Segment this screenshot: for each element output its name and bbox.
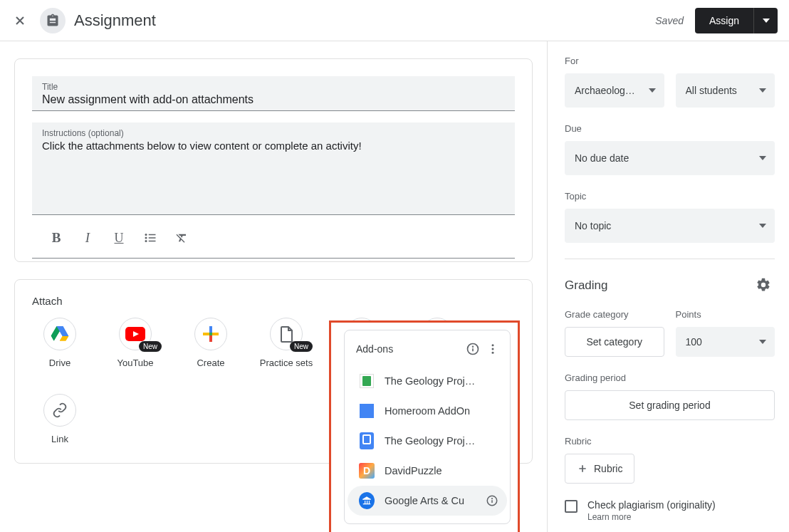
svg-point-16 (473, 346, 474, 347)
svg-point-2 (145, 240, 147, 242)
plus-icon (194, 318, 227, 350)
svg-point-1 (145, 237, 147, 239)
attach-drive[interactable]: Drive (32, 318, 88, 370)
plagiarism-label: Check plagiarism (originality) (587, 499, 716, 511)
attach-label: Create (197, 358, 224, 370)
attach-heading: Attach (15, 280, 532, 318)
info-icon (466, 342, 480, 356)
title-label: Title (42, 82, 505, 92)
caret-down-icon (649, 88, 656, 93)
attach-label: YouTube (117, 358, 153, 370)
caret-down-icon (759, 156, 766, 160)
plus-icon (577, 463, 588, 474)
addon-item[interactable]: Homeroom AddOn (348, 396, 507, 426)
header: Assignment Saved Assign (0, 0, 789, 41)
addon-name: The Geology Proj… (385, 435, 498, 447)
assignment-icon (40, 8, 66, 33)
addon-name: Homeroom AddOn (385, 405, 498, 417)
caret-down-icon (759, 88, 766, 93)
svg-rect-3 (149, 234, 156, 236)
grading-heading: Grading (565, 279, 607, 291)
info-icon (486, 494, 498, 507)
grade-category-label: Grade category (565, 309, 664, 320)
addon-item[interactable]: The Geology Proj… (348, 426, 507, 456)
attach-label: Practice sets (260, 358, 313, 370)
svg-rect-12 (209, 333, 212, 335)
addon-item[interactable]: D DavidPuzzle (348, 456, 507, 486)
format-toolbar: B I U (32, 221, 515, 259)
rubric-label: Rubric (565, 436, 775, 447)
svg-rect-13 (209, 326, 212, 333)
svg-point-18 (492, 348, 494, 350)
assign-dropdown-button[interactable] (753, 8, 778, 33)
addons-card: Add-ons The Geology Proj… Homeroom AddOn… (344, 330, 511, 524)
attach-plus[interactable]: Create (183, 318, 239, 370)
caret-down-icon (763, 19, 770, 23)
due-date-select[interactable]: No due date (565, 141, 775, 175)
assignment-card: Title New assignment with add-on attachm… (14, 58, 533, 262)
close-icon (13, 14, 27, 28)
addon-name: DavidPuzzle (385, 465, 498, 476)
underline-button[interactable]: U (112, 231, 126, 245)
set-category-button[interactable]: Set category (565, 327, 664, 357)
addon-item[interactable]: The Geology Proj… (348, 366, 507, 396)
addon-name: The Geology Proj… (385, 375, 498, 387)
attach-link[interactable]: Link (32, 394, 88, 446)
page-title: Assignment (74, 11, 156, 30)
grading-settings-button[interactable] (752, 273, 775, 296)
for-label: For (565, 56, 775, 66)
svg-point-19 (492, 352, 494, 354)
grading-period-label: Grading period (565, 372, 775, 383)
topic-label: Topic (565, 191, 775, 202)
addons-more-button[interactable] (483, 339, 503, 359)
addons-info-button[interactable] (463, 339, 483, 359)
link-icon (43, 394, 76, 427)
title-field[interactable]: Title New assignment with add-on attachm… (32, 76, 515, 111)
attach-label: Drive (49, 358, 70, 370)
saved-status: Saved (655, 15, 684, 26)
addon-icon (359, 433, 375, 449)
caret-down-icon (759, 224, 766, 228)
learn-more-link[interactable]: Learn more (587, 512, 716, 522)
attach-label: Link (51, 434, 68, 446)
add-rubric-button[interactable]: Rubric (565, 454, 634, 484)
instructions-field[interactable]: Instructions (optional) Click the attach… (32, 122, 515, 215)
drive-icon (43, 318, 76, 350)
students-select[interactable]: All students (676, 73, 775, 108)
bold-button[interactable]: B (49, 231, 63, 245)
gear-icon (756, 277, 771, 293)
main-column: Title New assignment with add-on attachm… (0, 41, 547, 532)
title-input[interactable]: New assignment with add-on attachments (42, 93, 505, 106)
points-select[interactable]: 100 (676, 327, 775, 357)
set-grading-period-button[interactable]: Set grading period (565, 390, 775, 420)
addons-heading: Add-ons (356, 343, 463, 355)
class-select[interactable]: Archaeology … (565, 73, 664, 108)
due-label: Due (565, 123, 775, 134)
topic-select[interactable]: No topic (565, 209, 775, 243)
addon-item[interactable]: Google Arts & Cu (348, 486, 507, 516)
points-label: Points (676, 309, 775, 320)
svg-point-17 (492, 344, 494, 346)
caret-down-icon (759, 340, 766, 344)
bullet-list-button[interactable] (143, 231, 157, 245)
attach-doc[interactable]: New Practice sets (258, 318, 314, 370)
sidebar: For Archaeology … All students Due No du… (547, 41, 789, 532)
new-badge: New (290, 341, 313, 352)
assign-button[interactable]: Assign (695, 8, 753, 33)
instructions-label: Instructions (optional) (42, 128, 505, 138)
addon-icon (359, 373, 375, 389)
addon-icon (359, 493, 375, 508)
svg-point-0 (145, 234, 147, 236)
more-vert-icon (486, 343, 499, 355)
addons-list[interactable]: The Geology Proj… Homeroom AddOn The Geo… (345, 366, 510, 523)
instructions-input[interactable]: Click the attachments below to view cont… (42, 140, 505, 152)
attach-youtube[interactable]: New YouTube (108, 318, 163, 370)
addon-icon: D (359, 463, 375, 479)
svg-point-22 (492, 499, 493, 499)
close-button[interactable] (11, 12, 28, 29)
addons-highlight-panel: Add-ons The Geology Proj… Homeroom AddOn… (329, 320, 520, 532)
italic-button[interactable]: I (80, 231, 95, 245)
clear-formatting-button[interactable] (174, 231, 189, 245)
addon-name: Google Arts & Cu (385, 495, 476, 506)
plagiarism-checkbox[interactable] (565, 500, 578, 513)
